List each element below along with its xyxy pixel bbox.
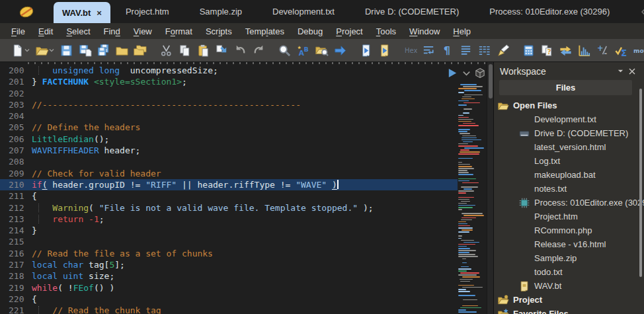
minimap-line [463, 86, 483, 87]
line-display-button[interactable] [457, 41, 475, 59]
menu-select[interactable]: Select [60, 25, 97, 38]
tab-development-txt[interactable]: Development.txt [257, 0, 350, 23]
tree-item-notes-txt[interactable]: notes.txt [494, 182, 644, 196]
code-token: FEof [73, 283, 94, 293]
run-template-button[interactable] [376, 41, 393, 59]
menu-help[interactable]: Help [446, 25, 477, 38]
tree-item-open-files[interactable]: Open Files [494, 98, 644, 112]
swap-bytes-button[interactable] [557, 41, 575, 59]
tree-item-release-v16-html[interactable]: Release - v16.html [494, 237, 644, 251]
tree-item-project[interactable]: Project [494, 293, 644, 307]
code-line: 216// Read the file as a set of chunks [0, 248, 458, 259]
tree-item-log-txt[interactable]: Log.txt [494, 154, 644, 168]
run-template-play-button[interactable] [446, 67, 458, 79]
menu-debug[interactable]: Debug [291, 25, 329, 38]
tab-close-icon[interactable]: × [97, 8, 102, 18]
minimap-line [458, 223, 467, 225]
code-line: 212 Warning( "File is not a valid wave f… [0, 202, 458, 214]
workspace-close-icon[interactable] [626, 65, 638, 77]
editor-scrollbar-thumb[interactable] [489, 64, 493, 98]
save-as-button[interactable] [76, 41, 94, 59]
tree-item-wav-bt[interactable]: WAV.bt [494, 279, 644, 293]
tree-item-drive-d-codemeter[interactable]: Drive D: (CODEMETER) [494, 126, 644, 140]
cut-button[interactable] [157, 41, 175, 59]
tab-wav-bt[interactable]: WAV.bt× [54, 2, 110, 23]
editor-overlay-buttons [446, 67, 486, 79]
histogram-button[interactable] [575, 41, 593, 59]
insert-file-button[interactable] [213, 41, 231, 59]
menu-templates[interactable]: Templates [239, 25, 291, 38]
minimap-line [463, 112, 469, 114]
menu-scripts[interactable]: Scripts [199, 25, 239, 38]
column-mode-button[interactable] [475, 41, 493, 59]
code-token: uint [63, 271, 83, 281]
menu-file[interactable]: File [5, 25, 32, 38]
menu-edit[interactable]: Edit [32, 25, 60, 38]
tree-item-makeupload-bat[interactable]: makeupload.bat [494, 168, 644, 182]
word-wrap-button[interactable] [420, 41, 438, 59]
app-logo-icon [18, 4, 35, 20]
find-button[interactable] [276, 41, 294, 59]
tree-item-sample-zip[interactable]: Sample.zip [494, 251, 644, 265]
minimap[interactable] [458, 83, 487, 314]
tab-prev-button[interactable] [635, 3, 644, 20]
goto-button[interactable] [331, 41, 349, 59]
svg-text:-: - [604, 49, 607, 58]
checksum-button[interactable]: Σ [612, 41, 630, 59]
structure-view-cube-icon[interactable] [474, 67, 486, 79]
tree-item-favorite-files[interactable]: Favorite Files [494, 307, 644, 314]
minimap-line [458, 207, 473, 208]
compare-files-button[interactable]: ? [538, 41, 556, 59]
tab-drive-d-codemeter[interactable]: Drive D: (CODEMETER) [350, 0, 474, 23]
show-whitespace-button[interactable]: ¶ [438, 41, 456, 59]
new-file-button[interactable] [9, 41, 32, 59]
menu-format[interactable]: Format [159, 25, 199, 38]
files-tab[interactable]: Files [499, 80, 632, 95]
close-all-files-button[interactable] [132, 41, 149, 59]
code-editor[interactable]: 200 unsigned long uncompressedSize;201} … [0, 62, 493, 314]
find-in-files-button[interactable] [313, 41, 331, 59]
code-area[interactable]: 200 unsigned long uncompressedSize;201} … [0, 62, 493, 314]
save-all-button[interactable] [95, 41, 112, 59]
template-options-chevron-icon[interactable] [460, 67, 472, 79]
minimap-line [458, 192, 466, 194]
save-button[interactable] [58, 41, 75, 59]
run-script-button[interactable] [357, 41, 375, 59]
menu-find[interactable]: Find [97, 25, 127, 38]
line-number: 210 [0, 179, 32, 190]
hex-mode-button[interactable]: Hex [401, 41, 419, 59]
calculator-button[interactable] [520, 41, 538, 59]
tree-item-process-010editor-exe-30296[interactable]: Process: 010Editor.exe (30296) [494, 196, 644, 210]
syntax-highlight-button[interactable] [494, 41, 512, 59]
menu-project[interactable]: Project [329, 25, 369, 38]
folder-project-icon [497, 294, 510, 306]
minimap-line [458, 285, 474, 286]
disassembly-button[interactable]: mov [631, 41, 644, 59]
undo-button[interactable] [231, 41, 249, 59]
tab-process-010editor-exe-30296[interactable]: Process: 010Editor.exe (30296) [474, 0, 625, 23]
open-file-button[interactable] [33, 41, 57, 59]
operations-button[interactable]: +- [594, 41, 612, 59]
tree-item-label: Sample.zip [534, 253, 577, 263]
paste-button[interactable] [194, 41, 212, 59]
code-token: return [52, 214, 83, 224]
tab-sample-zip[interactable]: Sample.zip [184, 0, 257, 23]
code-line: 217local char tag[5]; [0, 259, 458, 270]
close-file-button[interactable] [113, 41, 131, 59]
workspace-scrollbar-thumb[interactable] [639, 89, 642, 277]
menu-window[interactable]: Window [403, 25, 446, 38]
editor-scrollbar[interactable] [487, 62, 493, 314]
workspace-menu-chevron-icon[interactable] [614, 65, 626, 77]
replace-button[interactable]: AB [294, 41, 312, 59]
code-line: 206LittleEndian(); [0, 134, 458, 145]
tree-item-project-htm[interactable]: Project.htm [494, 210, 644, 223]
tree-item-todo-txt[interactable]: todo.txt [494, 265, 644, 279]
copy-button[interactable] [176, 41, 194, 59]
tree-item-rcommon-php[interactable]: RCommon.php [494, 223, 644, 237]
tree-item-development-txt[interactable]: Development.txt [494, 112, 644, 126]
tree-item-latest-version-html[interactable]: latest_version.html [494, 140, 644, 154]
menu-tools[interactable]: Tools [370, 25, 403, 38]
menu-view[interactable]: View [127, 25, 159, 38]
tab-project-htm[interactable]: Project.htm [110, 0, 184, 23]
redo-button[interactable] [250, 41, 268, 59]
